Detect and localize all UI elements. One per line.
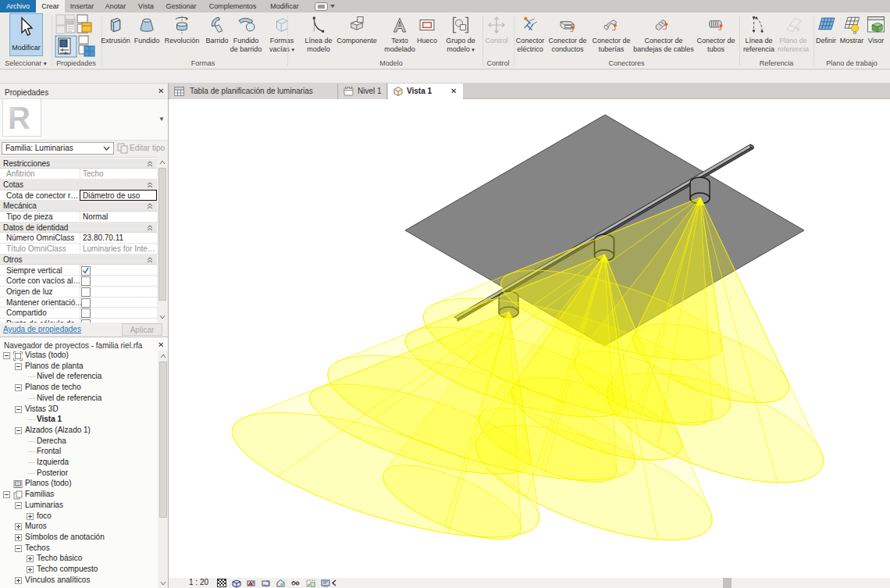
svg-text:R: R (8, 101, 30, 134)
